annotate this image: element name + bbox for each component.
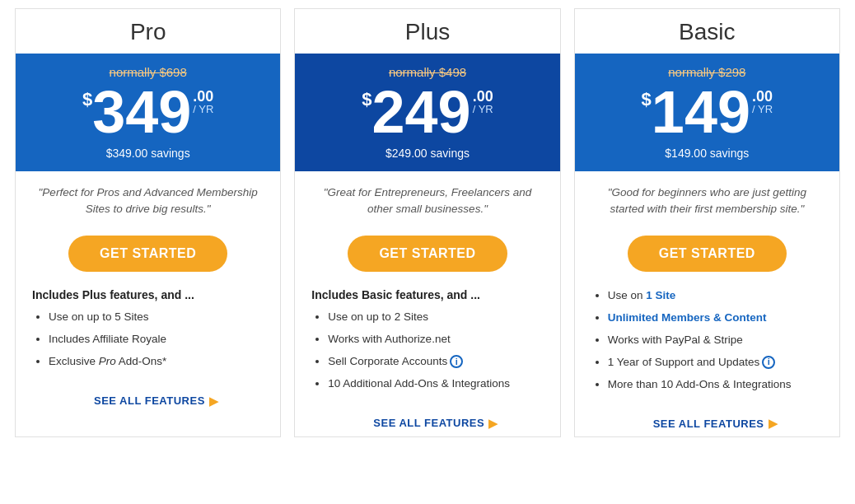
price-cents-yr-pro: .00/ YR [193, 89, 213, 114]
feature-item-pro-1: Includes Affiliate Royale [49, 332, 264, 348]
plan-quote-pro: "Perfect for Pros and Advanced Membershi… [16, 171, 280, 231]
price-box-plus: normally $498$249.00/ YR$249.00 savings [295, 54, 559, 171]
features-section-plus: Includes Basic features, and ...Use on u… [295, 285, 559, 408]
info-icon-plus-2[interactable]: i [450, 355, 463, 368]
feature-item-plus-1: Works with Authorize.net [328, 332, 543, 348]
savings-basic: $149.00 savings [591, 147, 823, 160]
normally-basic: normally $298 [591, 65, 823, 79]
features-list-plus: Use on up to 2 SitesWorks with Authorize… [311, 310, 543, 392]
get-started-button-basic[interactable]: GET STARTED [628, 236, 787, 272]
feature-item-basic-1: Unlimited Members & Content [608, 310, 823, 326]
feature-item-pro-2: Exclusive Pro Add-Ons* [49, 354, 264, 370]
plan-title-pro: Pro [16, 9, 280, 54]
see-all-link-plus[interactable]: SEE ALL FEATURES▶ [357, 413, 498, 436]
feature-item-basic-3: 1 Year of Support and Updatesi [608, 355, 823, 371]
info-icon-basic-3[interactable]: i [762, 356, 775, 369]
get-started-button-pro[interactable]: GET STARTED [68, 236, 227, 272]
feature-item-basic-4: More than 10 Add-Ons & Integrations [608, 377, 823, 393]
see-all-arrow-plus: ▶ [488, 417, 498, 430]
price-yr-pro: / YR [193, 104, 213, 114]
see-all-text-basic: SEE ALL FEATURES [653, 418, 764, 430]
feature-highlight-basic-1: Unlimited Members & Content [608, 311, 767, 324]
price-cents-basic: .00 [752, 89, 773, 104]
see-all-text-plus: SEE ALL FEATURES [373, 417, 484, 429]
normally-plus: normally $498 [311, 65, 543, 79]
price-dollar-pro: $ [82, 91, 92, 109]
get-started-button-plus[interactable]: GET STARTED [348, 236, 507, 272]
plan-card-plus: Plusnormally $498$249.00/ YR$249.00 savi… [294, 8, 560, 437]
features-section-basic: Use on 1 SiteUnlimited Members & Content… [575, 285, 839, 408]
feature-item-plus-3: 10 Additional Add-Ons & Integrations [328, 376, 543, 392]
plan-title-plus: Plus [295, 9, 559, 54]
price-main-pro: $349.00/ YR [32, 82, 264, 142]
price-cents-pro: .00 [193, 89, 213, 104]
see-all-link-pro[interactable]: SEE ALL FEATURES▶ [77, 391, 218, 414]
price-amount-pro: 349 [92, 82, 191, 142]
plan-card-basic: Basicnormally $298$149.00/ YR$149.00 sav… [574, 8, 840, 437]
price-cents-plus: .00 [473, 89, 493, 104]
price-amount-plus: 249 [372, 82, 471, 142]
savings-plus: $249.00 savings [311, 147, 543, 160]
feature-item-plus-0: Use on up to 2 Sites [328, 310, 543, 325]
price-dollar-basic: $ [642, 91, 652, 109]
plan-quote-basic: "Good for beginners who are just getting… [575, 171, 839, 231]
pricing-container: Pronormally $698$349.00/ YR$349.00 savin… [0, 8, 855, 437]
see-all-arrow-basic: ▶ [769, 417, 778, 430]
feature-highlight-basic-0: 1 Site [646, 289, 675, 301]
feature-item-pro-0: Use on up to 5 Sites [49, 310, 264, 325]
features-list-pro: Use on up to 5 SitesIncludes Affiliate R… [32, 310, 264, 370]
see-all-text-pro: SEE ALL FEATURES [94, 394, 205, 407]
feature-item-basic-2: Works with PayPal & Stripe [608, 333, 823, 348]
price-cents-yr-plus: .00/ YR [473, 89, 493, 114]
normally-pro: normally $698 [32, 65, 264, 79]
price-main-plus: $249.00/ YR [311, 82, 543, 142]
see-all-arrow-pro: ▶ [209, 394, 219, 408]
price-amount-basic: 149 [652, 82, 750, 142]
price-box-basic: normally $298$149.00/ YR$149.00 savings [575, 54, 839, 171]
price-cents-yr-basic: .00/ YR [752, 89, 773, 114]
plan-card-pro: Pronormally $698$349.00/ YR$349.00 savin… [15, 8, 281, 437]
price-yr-plus: / YR [473, 104, 493, 114]
feature-item-plus-2: Sell Corporate Accountsi [328, 354, 543, 370]
price-dollar-plus: $ [362, 91, 371, 109]
feature-italic-pro-2: Pro [99, 355, 116, 367]
plan-title-basic: Basic [575, 9, 839, 54]
features-heading-pro: Includes Plus features, and ... [32, 288, 264, 301]
price-main-basic: $149.00/ YR [591, 82, 823, 142]
price-yr-basic: / YR [752, 104, 773, 114]
see-all-link-basic[interactable]: SEE ALL FEATURES▶ [637, 413, 778, 436]
features-list-basic: Use on 1 SiteUnlimited Members & Content… [591, 288, 823, 392]
features-heading-plus: Includes Basic features, and ... [311, 288, 543, 301]
feature-item-basic-0: Use on 1 Site [608, 288, 823, 304]
plan-quote-plus: "Great for Entrepreneurs, Freelancers an… [295, 171, 559, 231]
savings-pro: $349.00 savings [32, 147, 264, 160]
price-box-pro: normally $698$349.00/ YR$349.00 savings [16, 54, 280, 171]
features-section-pro: Includes Plus features, and ...Use on up… [16, 285, 280, 386]
